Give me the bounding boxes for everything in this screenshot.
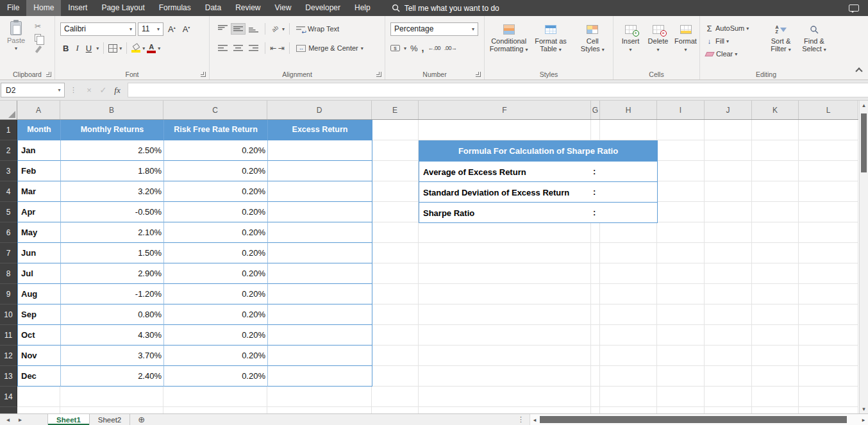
font-color-button[interactable]: A [147,44,156,53]
borders-icon[interactable] [108,44,117,53]
table-cell[interactable]: 3.70% [61,346,164,366]
column-header-F[interactable]: F [419,101,591,119]
table-cell[interactable]: Apr [18,202,61,222]
splitter-icon[interactable]: ⋮ [517,415,524,424]
wrap-text-button[interactable]: Wrap Text [294,24,341,33]
table-cell[interactable]: 1.80% [61,161,164,181]
table-cell[interactable]: 0.20% [164,161,268,181]
table-cell[interactable] [268,140,372,161]
select-all-corner[interactable] [0,101,17,120]
table-cell[interactable]: 0.20% [164,222,268,243]
increase-indent-icon[interactable]: ⇥ [278,44,285,53]
table-cell[interactable]: -1.20% [61,284,164,304]
cut-icon[interactable]: ✂ [35,22,41,30]
ribbon-tab-view[interactable]: View [268,0,299,16]
tell-me-box[interactable]: Tell me what you want to do [392,4,499,13]
name-box[interactable]: D2 ▾ [1,83,65,97]
table-cell[interactable] [268,181,372,202]
insert-cells-button[interactable]: + Insert ▾ [617,21,644,68]
align-middle-icon[interactable] [231,24,245,34]
scroll-right-icon[interactable]: ▸ [859,417,868,423]
chevron-down-icon[interactable]: ▾ [282,26,285,32]
copy-icon[interactable] [35,34,41,42]
format-as-table-button[interactable]: Format as Table ▾ [530,21,571,68]
increase-decimal-icon[interactable]: ←.00 [428,45,440,51]
dialog-launcher-icon[interactable] [201,72,206,77]
align-top-icon[interactable] [216,24,230,34]
table-cell[interactable] [268,366,372,387]
cancel-icon[interactable]: × [82,85,96,95]
table-header-cell[interactable]: Excess Return [268,120,372,140]
table-cell[interactable]: 0.20% [164,263,268,284]
table-cell[interactable]: Jan [18,140,61,161]
table-cell[interactable]: Aug [18,284,61,304]
row-header-6[interactable]: 6 [0,222,17,243]
row-header-13[interactable]: 13 [0,366,17,387]
row-header-4[interactable]: 4 [0,181,17,202]
table-cell[interactable]: 2.50% [61,140,164,161]
vertical-scrollbar[interactable]: ▴ ▾ [859,101,868,413]
table-cell[interactable]: 2.90% [61,263,164,284]
decrease-font-size-button[interactable]: A▾ [180,24,193,35]
row-header-5[interactable]: 5 [0,202,17,222]
table-cell[interactable]: 1.50% [61,243,164,263]
table-cell[interactable]: 4.30% [61,325,164,346]
column-header-K[interactable]: K [752,101,799,119]
row-header-11[interactable]: 11 [0,325,17,346]
find-select-button[interactable]: Find & Select ▾ [797,21,831,68]
table-cell[interactable]: Jun [18,243,61,263]
insert-function-icon[interactable]: fx [110,85,124,96]
table-cell[interactable] [268,222,372,243]
paste-button[interactable]: Paste ▾ [3,21,29,68]
underline-button[interactable]: U [83,43,94,54]
column-header-E[interactable]: E [372,101,419,119]
cell-styles-button[interactable]: Cell Styles ▾ [572,21,613,68]
chevron-down-icon[interactable]: ▾ [54,87,64,93]
align-left-icon[interactable] [216,43,230,53]
scroll-down-icon[interactable]: ▾ [860,406,868,412]
table-cell[interactable]: 0.20% [164,181,268,202]
table-cell[interactable]: 0.20% [164,366,268,387]
table-cell[interactable]: Sep [18,304,61,325]
table-cell[interactable]: Mar [18,181,61,202]
table-cell[interactable]: Oct [18,325,61,346]
align-center-icon[interactable] [231,43,245,53]
decrease-decimal-icon[interactable]: .00→ [444,45,457,51]
percent-style-icon[interactable]: % [410,44,418,53]
chevron-down-icon[interactable]: ▾ [158,46,160,51]
ribbon-tab-help[interactable]: Help [347,0,378,16]
chevron-down-icon[interactable]: ▾ [96,46,99,51]
row-header-10[interactable]: 10 [0,304,17,325]
table-cell[interactable]: 0.20% [164,202,268,222]
align-bottom-icon[interactable] [247,24,260,34]
column-header-B[interactable]: B [60,101,163,119]
table-cell[interactable] [268,304,372,325]
sheet-cells[interactable]: MonthMonthly ReturnsRisk Free Rate Retur… [17,120,858,413]
ribbon-tab-insert[interactable]: Insert [61,0,94,16]
table-cell[interactable]: Jul [18,263,61,284]
scroll-up-icon[interactable]: ▴ [860,102,868,108]
format-painter-icon[interactable] [35,46,42,53]
horizontal-scrollbar-track[interactable] [539,416,859,423]
fill-button[interactable]: ↓Fill▾ [701,35,764,47]
number-format-select[interactable]: Percentage▾ [390,22,478,36]
table-cell[interactable]: 0.20% [164,325,268,346]
font-name-combo[interactable]: Calibri▾ [60,22,136,36]
ribbon-tab-data[interactable]: Data [198,0,228,16]
row-header-8[interactable]: 8 [0,263,17,284]
table-header-cell[interactable]: Month [18,120,61,140]
row-header-1[interactable]: 1 [0,120,17,140]
table-cell[interactable]: 0.20% [164,140,268,161]
table-cell[interactable] [268,161,372,181]
add-sheet-button[interactable]: ⊕ [138,415,145,424]
row-header-12[interactable]: 12 [0,346,17,366]
dialog-launcher-icon[interactable] [376,72,381,77]
dialog-launcher-icon[interactable] [476,72,481,77]
ribbon-tab-formulas[interactable]: Formulas [152,0,198,16]
table-cell[interactable]: 0.20% [164,304,268,325]
horizontal-scrollbar[interactable]: ◂ ▸ [530,414,868,425]
column-header-J[interactable]: J [705,101,752,119]
table-cell[interactable]: 0.20% [164,346,268,366]
table-cell[interactable] [268,325,372,346]
sheet-tab-sheet1[interactable]: Sheet1 [47,414,90,425]
